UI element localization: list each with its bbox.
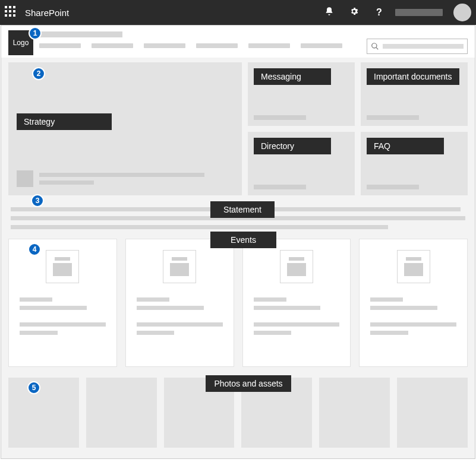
event-thumb	[46, 250, 79, 283]
quicklink-directory[interactable]: Directory	[248, 132, 355, 195]
site-header: 1 Logo	[1, 26, 475, 58]
callout-5: 5	[27, 381, 40, 394]
faq-label: FAQ	[367, 138, 444, 154]
quicklink-faq[interactable]: FAQ	[361, 132, 468, 195]
nav-item[interactable]	[248, 43, 290, 48]
quicklink-messaging[interactable]: Messaging	[248, 62, 355, 126]
event-thumb	[397, 250, 430, 283]
bell-icon[interactable]	[320, 7, 338, 18]
suite-bar: SharePoint ?	[0, 0, 476, 25]
hero-text	[39, 173, 234, 185]
nav-item[interactable]	[39, 43, 81, 48]
nav-item[interactable]	[144, 43, 185, 48]
nav-item[interactable]	[92, 43, 133, 48]
nav-item[interactable]	[301, 43, 342, 48]
important-docs-label: Important documents	[367, 68, 459, 85]
event-card[interactable]	[125, 239, 234, 367]
nav-item[interactable]	[196, 43, 238, 48]
statement-label: Statement	[210, 201, 275, 218]
event-card[interactable]: 4	[8, 239, 117, 367]
events-label: Events	[210, 232, 276, 248]
callout-4: 4	[28, 243, 41, 256]
hero-thumb	[17, 170, 33, 187]
event-thumb	[280, 250, 313, 283]
suite-placeholder	[395, 9, 443, 16]
directory-label: Directory	[254, 138, 331, 154]
quicklink-important-docs[interactable]: Important documents	[361, 62, 468, 126]
event-card[interactable]	[242, 239, 351, 367]
photo-tile[interactable]	[319, 378, 390, 448]
gear-icon[interactable]	[345, 7, 363, 18]
help-icon[interactable]: ?	[370, 7, 388, 18]
avatar[interactable]	[453, 4, 471, 21]
app-launcher-icon[interactable]	[5, 6, 18, 19]
events-section: Events 4	[8, 234, 468, 367]
photos-label: Photos and assets	[206, 375, 291, 392]
hero-panel[interactable]: 2 Strategy	[8, 62, 242, 195]
site-nav	[39, 43, 361, 48]
photo-tile[interactable]	[397, 378, 468, 448]
search-icon	[371, 42, 379, 50]
search-input[interactable]	[367, 39, 468, 54]
messaging-label: Messaging	[254, 68, 331, 85]
suite-app-name: SharePoint	[25, 8, 69, 18]
photo-tile[interactable]	[86, 378, 157, 448]
callout-3: 3	[31, 194, 44, 207]
event-thumb	[163, 250, 196, 283]
search-placeholder	[383, 44, 464, 49]
photos-section: Photos and assets 5	[8, 367, 468, 448]
event-card[interactable]	[359, 239, 468, 367]
statement-section: 3 Statement	[8, 195, 468, 234]
photo-tile[interactable]: 5	[8, 378, 79, 448]
callout-2: 2	[32, 67, 45, 80]
callout-1: 1	[29, 27, 42, 40]
strategy-label: Strategy	[17, 113, 112, 130]
site-title	[39, 31, 122, 37]
